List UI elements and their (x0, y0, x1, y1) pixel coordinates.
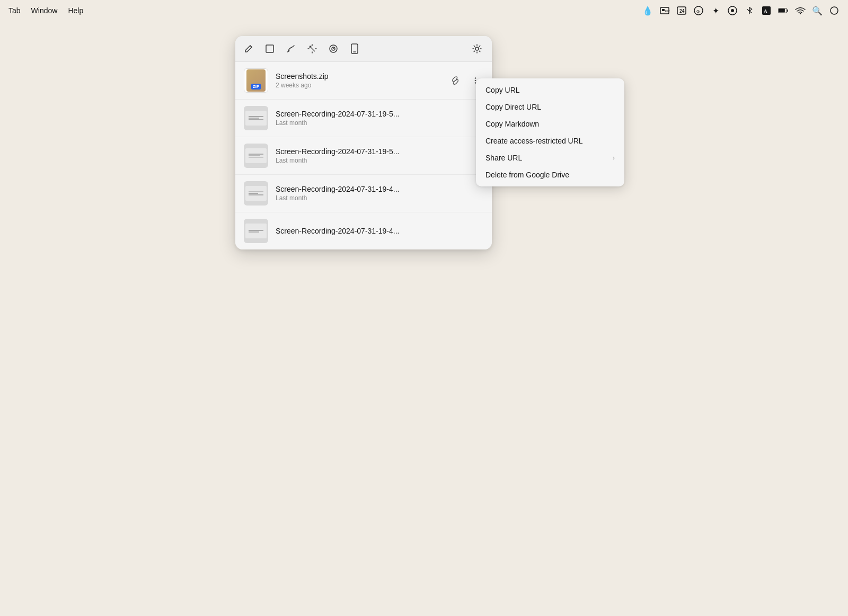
svg-point-27 (475, 77, 476, 79)
file-date: Last month (276, 119, 483, 127)
file-thumbnail: ZIP (244, 68, 268, 93)
file-info: Screen-Recording-2024-07-31-19-4... Last… (276, 185, 483, 202)
context-menu-item-label: Share URL (485, 154, 522, 162)
context-menu-share-url[interactable]: Share URL › (476, 149, 624, 166)
file-thumbnail (244, 144, 268, 168)
file-date: Last month (276, 194, 483, 202)
svg-point-26 (475, 47, 479, 50)
context-menu-create-restricted-url[interactable]: Create access-restricted URL (476, 132, 624, 149)
wifi-icon[interactable] (795, 5, 806, 16)
file-name: Screen-Recording-2024-07-31-19-4... (276, 227, 483, 235)
svg-text:A: A (764, 8, 767, 14)
file-thumbnail (244, 219, 268, 243)
target-icon[interactable] (328, 43, 339, 55)
context-menu: Copy URL Copy Direct URL Copy Markdown C… (476, 78, 624, 186)
svg-text:24: 24 (679, 9, 685, 14)
crop-icon[interactable] (264, 43, 276, 55)
svg-point-15 (831, 7, 838, 14)
file-name: Screen-Recording-2024-07-31-19-5... (276, 110, 483, 118)
main-panel: ZIP Screenshots.zip 2 weeks ago (235, 36, 492, 249)
svg-rect-12 (779, 8, 784, 12)
edit-icon[interactable] (243, 43, 254, 55)
context-menu-item-label: Copy Direct URL (485, 103, 541, 111)
menubar: Tab Window Help 💧 REC 24 G ✦ (0, 0, 848, 21)
file-date: 2 weeks ago (276, 82, 447, 89)
context-menu-copy-url[interactable]: Copy URL (476, 82, 624, 99)
settings-icon[interactable] (470, 41, 484, 56)
file-thumbnail (244, 106, 268, 130)
svg-rect-1 (662, 9, 665, 11)
menu-window[interactable]: Window (31, 6, 58, 15)
toolbar (235, 36, 492, 62)
file-item[interactable]: ZIP Screenshots.zip 2 weeks ago (235, 62, 492, 100)
screenium-icon[interactable] (727, 5, 738, 16)
context-menu-copy-direct-url[interactable]: Copy Direct URL (476, 99, 624, 115)
mobile-icon[interactable] (349, 43, 360, 55)
context-menu-item-label: Copy Markdown (485, 120, 539, 128)
context-menu-copy-markdown[interactable]: Copy Markdown (476, 115, 624, 132)
file-name: Screen-Recording-2024-07-31-19-5... (276, 147, 483, 156)
svg-point-14 (800, 13, 801, 14)
siri-icon[interactable] (829, 5, 840, 16)
file-info: Screen-Recording-2024-07-31-19-5... Last… (276, 147, 483, 164)
context-menu-item-label: Create access-restricted URL (485, 137, 583, 145)
svg-rect-13 (787, 10, 788, 12)
file-item[interactable]: Screen-Recording-2024-07-31-19-5... Last… (235, 137, 492, 175)
bluetooth-icon[interactable] (744, 5, 755, 16)
file-item[interactable]: Screen-Recording-2024-07-31-19-4... (235, 212, 492, 249)
file-date: Last month (276, 157, 483, 164)
file-info: Screen-Recording-2024-07-31-19-5... Last… (276, 110, 483, 127)
context-menu-delete-from-drive[interactable]: Delete from Google Drive (476, 166, 624, 183)
drop-icon[interactable]: 💧 (642, 5, 653, 16)
magic-wand-icon[interactable] (306, 43, 318, 55)
search-icon[interactable]: 🔍 (812, 5, 823, 16)
font-icon[interactable]: A (761, 5, 772, 16)
file-item[interactable]: Screen-Recording-2024-07-31-19-4... Last… (235, 175, 492, 212)
copy-link-button[interactable] (447, 73, 463, 88)
svg-rect-16 (266, 45, 273, 52)
file-info: Screenshots.zip 2 weeks ago (276, 72, 447, 89)
grammarly-icon[interactable]: G (693, 5, 704, 16)
menu-tab[interactable]: Tab (8, 6, 21, 15)
file-info: Screen-Recording-2024-07-31-19-4... (276, 227, 483, 235)
svg-point-23 (333, 48, 334, 49)
file-name: Screenshots.zip (276, 72, 447, 81)
markup-icon[interactable] (285, 43, 297, 55)
file-item[interactable]: Screen-Recording-2024-07-31-19-5... Last… (235, 100, 492, 137)
file-name: Screen-Recording-2024-07-31-19-4... (276, 185, 483, 193)
context-menu-item-label: Delete from Google Drive (485, 171, 569, 179)
file-thumbnail (244, 181, 268, 206)
submenu-chevron-icon: › (613, 154, 615, 162)
svg-point-8 (731, 9, 734, 12)
file-list: ZIP Screenshots.zip 2 weeks ago (235, 62, 492, 249)
record-icon[interactable]: REC (659, 5, 670, 16)
menubar-right: 💧 REC 24 G ✦ (642, 5, 840, 16)
svg-text:REC: REC (665, 10, 670, 13)
context-menu-item-label: Copy URL (485, 86, 520, 94)
klokki-icon[interactable]: ✦ (710, 5, 721, 16)
battery-icon (778, 5, 789, 16)
zip-icon: ZIP (244, 68, 268, 93)
calendar-icon[interactable]: 24 (676, 5, 687, 16)
svg-text:G: G (696, 9, 700, 14)
menu-help[interactable]: Help (68, 6, 83, 15)
